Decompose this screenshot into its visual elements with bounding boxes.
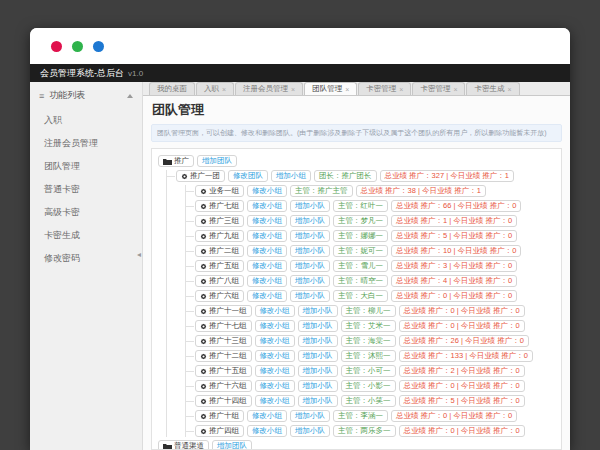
gear-icon — [200, 233, 207, 240]
root-name-box[interactable]: 推广 — [158, 155, 194, 167]
group-name-box[interactable]: 推广八组 — [195, 275, 244, 287]
tab-5[interactable]: 卡密管理× — [412, 82, 465, 95]
add-team-button[interactable]: 增加团队 — [197, 155, 237, 167]
add-squad-button[interactable]: 增加小队 — [290, 245, 330, 257]
edit-group-button[interactable]: 修改小组 — [247, 200, 287, 212]
edit-group-button[interactable]: 修改小组 — [255, 320, 295, 332]
sidebar-collapse-icon[interactable]: ◂ — [137, 250, 141, 259]
sidebar-item-5[interactable]: 卡密生成 — [30, 224, 142, 247]
tab-label: 入职 — [204, 84, 219, 94]
tab-1[interactable]: 入职× — [196, 82, 234, 95]
traffic-light-green-icon[interactable] — [72, 41, 83, 52]
tab-close-icon[interactable]: × — [222, 86, 226, 93]
group-name-box[interactable]: 推广十七组 — [195, 320, 252, 332]
add-squad-button[interactable]: 增加小队 — [290, 290, 330, 302]
sidebar-item-0[interactable]: 入职 — [30, 109, 142, 132]
group-name-box[interactable]: 业务一组 — [195, 185, 244, 197]
edit-group-button[interactable]: 修改小组 — [255, 365, 295, 377]
group-name-box[interactable]: 推广十组 — [195, 410, 244, 422]
edit-group-button[interactable]: 修改小组 — [255, 305, 295, 317]
group-row-12: 推广十五组修改小组增加小队主管：小可一总业绩 推广：2 | 今日业绩 推广：0 — [196, 365, 557, 377]
edit-group-button[interactable]: 修改小组 — [247, 410, 287, 422]
add-squad-button[interactable]: 增加小队 — [290, 425, 330, 437]
group-name-box[interactable]: 推广二组 — [195, 245, 244, 257]
group-leader-badge: 主管：柳儿一 — [341, 305, 396, 317]
tab-0[interactable]: 我的桌面 — [149, 82, 195, 95]
edit-group-button[interactable]: 修改小组 — [255, 380, 295, 392]
tab-close-icon[interactable]: × — [507, 86, 511, 93]
edit-team-button[interactable]: 修改团队 — [228, 170, 268, 182]
add-squad-button[interactable]: 增加小队 — [290, 275, 330, 287]
add-squad-button[interactable]: 增加小队 — [298, 320, 338, 332]
edit-group-button[interactable]: 修改小组 — [247, 425, 287, 437]
add-squad-button[interactable]: 增加小队 — [298, 350, 338, 362]
group-name-box[interactable]: 推广三组 — [195, 215, 244, 227]
add-squad-button[interactable]: 增加小队 — [298, 365, 338, 377]
group-row-9: 推广十七组修改小组增加小队主管：艾米一总业绩 推广：0 | 今日业绩 推广：0 — [196, 320, 557, 332]
edit-group-button[interactable]: 修改小组 — [247, 245, 287, 257]
tab-close-icon[interactable]: × — [345, 86, 349, 93]
edit-group-button[interactable]: 修改小组 — [247, 185, 287, 197]
add-squad-button[interactable]: 增加小队 — [290, 215, 330, 227]
edit-group-button[interactable]: 修改小组 — [247, 275, 287, 287]
sidebar-item-4[interactable]: 高级卡密 — [30, 201, 142, 224]
tab-label: 团队管理 — [312, 84, 342, 94]
add-squad-button[interactable]: 增加小队 — [290, 260, 330, 272]
edit-group-button[interactable]: 修改小组 — [247, 230, 287, 242]
sidebar-item-1[interactable]: 注册会员管理 — [30, 132, 142, 155]
edit-group-button[interactable]: 修改小组 — [247, 290, 287, 302]
group-name-box[interactable]: 推广五组 — [195, 260, 244, 272]
tree-root-normal: 普通渠道 增加团队 — [158, 440, 557, 450]
tree-connector — [186, 281, 194, 282]
group-name-label: 推广二组 — [209, 246, 239, 256]
add-squad-button[interactable]: 增加小队 — [298, 395, 338, 407]
tab-2[interactable]: 注册会员管理× — [235, 82, 303, 95]
sidebar-header-label: 功能列表 — [49, 89, 85, 102]
tab-close-icon[interactable]: × — [291, 86, 295, 93]
group-name-box[interactable]: 推广四组 — [195, 425, 244, 437]
sidebar-header[interactable]: ≡ 功能列表 — [30, 82, 142, 109]
add-squad-button[interactable]: 增加小队 — [298, 335, 338, 347]
traffic-light-blue-icon[interactable] — [93, 41, 104, 52]
group-name-box[interactable]: 推广九组 — [195, 230, 244, 242]
traffic-light-red-icon[interactable] — [51, 41, 62, 52]
edit-group-button[interactable]: 修改小组 — [247, 215, 287, 227]
group-leader-badge: 主管：小影一 — [341, 380, 396, 392]
edit-group-button[interactable]: 修改小组 — [247, 260, 287, 272]
tab-6[interactable]: 卡密生成× — [466, 82, 519, 95]
tab-close-icon[interactable]: × — [453, 86, 457, 93]
add-squad-button[interactable]: 增加小队 — [290, 200, 330, 212]
tab-close-icon[interactable]: × — [399, 86, 403, 93]
group-name-box[interactable]: 推广十一组 — [195, 305, 252, 317]
gear-icon — [200, 383, 207, 390]
group-name-box[interactable]: 推广十五组 — [195, 365, 252, 377]
group-name-box[interactable]: 推广七组 — [195, 200, 244, 212]
team-name-box[interactable]: 推广一团 — [176, 170, 225, 182]
group-name-box[interactable]: 推广十六组 — [195, 380, 252, 392]
group-row-14: 推广十四组修改小组增加小队主管：小笑一总业绩 推广：5 | 今日业绩 推广：0 — [196, 395, 557, 407]
tab-3[interactable]: 团队管理× — [304, 82, 357, 95]
edit-group-button[interactable]: 修改小组 — [255, 350, 295, 362]
group-name-label: 推广十组 — [209, 411, 239, 421]
group-name-box[interactable]: 推广六组 — [195, 290, 244, 302]
add-squad-button[interactable]: 增加小队 — [298, 380, 338, 392]
group-name-box[interactable]: 推广十三组 — [195, 335, 252, 347]
add-squad-button[interactable]: 增加小队 — [290, 230, 330, 242]
gear-icon — [200, 323, 207, 330]
add-group-button[interactable]: 增加小组 — [271, 170, 311, 182]
sidebar-item-6[interactable]: 修改密码 — [30, 247, 142, 270]
add-squad-button[interactable]: 增加小队 — [290, 410, 330, 422]
sidebar-item-3[interactable]: 普通卡密 — [30, 178, 142, 201]
gear-icon — [200, 248, 207, 255]
tree-connector — [167, 176, 175, 177]
root2-name-box[interactable]: 普通渠道 — [158, 440, 209, 450]
add-team-button[interactable]: 增加团队 — [212, 440, 252, 450]
tab-4[interactable]: 卡密管理× — [358, 82, 411, 95]
tree-level-2: 业务一组修改小组主管：推广主管总业绩 推广：38 | 今日业绩 推广：1推广七组… — [185, 185, 557, 437]
group-name-box[interactable]: 推广十二组 — [195, 350, 252, 362]
sidebar-item-2[interactable]: 团队管理 — [30, 155, 142, 178]
group-name-box[interactable]: 推广十四组 — [195, 395, 252, 407]
edit-group-button[interactable]: 修改小组 — [255, 395, 295, 407]
add-squad-button[interactable]: 增加小队 — [298, 305, 338, 317]
edit-group-button[interactable]: 修改小组 — [255, 335, 295, 347]
